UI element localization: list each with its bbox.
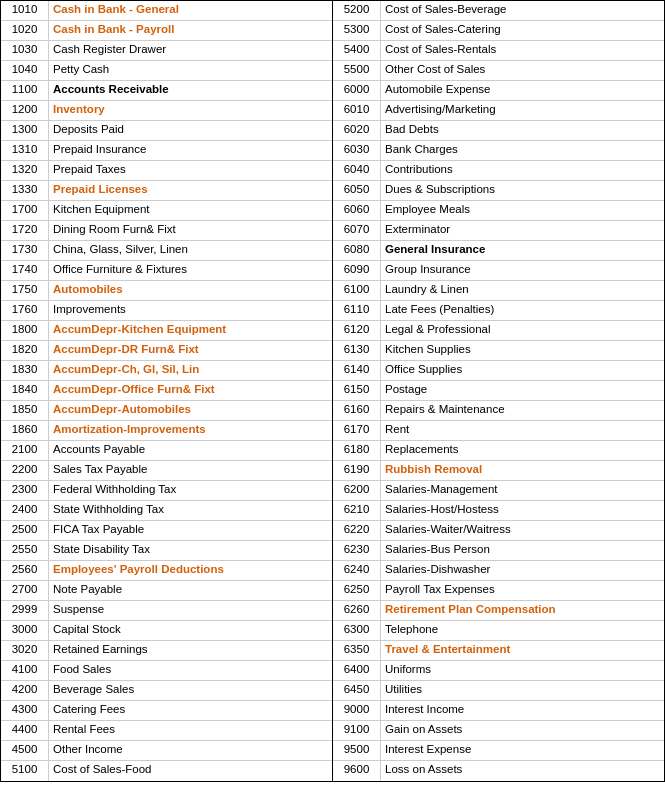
- account-code: 6450: [333, 681, 381, 700]
- account-code: 1750: [1, 281, 49, 300]
- table-row: 6050Dues & Subscriptions: [333, 181, 664, 201]
- account-code: 1730: [1, 241, 49, 260]
- table-row: 6200Salaries-Management: [333, 481, 664, 501]
- table-row: 9600Loss on Assets: [333, 761, 664, 781]
- account-code: 3000: [1, 621, 49, 640]
- right-column: 5200Cost of Sales-Beverage5300Cost of Sa…: [333, 1, 664, 781]
- account-code: 6000: [333, 81, 381, 100]
- table-row: 3000Capital Stock: [1, 621, 332, 641]
- account-code: 6300: [333, 621, 381, 640]
- account-name: Beverage Sales: [49, 681, 332, 700]
- table-row: 5500Other Cost of Sales: [333, 61, 664, 81]
- account-code: 9600: [333, 761, 381, 781]
- account-code: 1760: [1, 301, 49, 320]
- account-name: Bad Debts: [381, 121, 664, 140]
- account-code: 6130: [333, 341, 381, 360]
- table-row: 6090Group Insurance: [333, 261, 664, 281]
- table-row: 3020Retained Earnings: [1, 641, 332, 661]
- table-row: 1850AccumDepr-Automobiles: [1, 401, 332, 421]
- account-name: Accounts Payable: [49, 441, 332, 460]
- account-code: 1820: [1, 341, 49, 360]
- account-name: State Disability Tax: [49, 541, 332, 560]
- account-code: 2999: [1, 601, 49, 620]
- table-row: 6120Legal & Professional: [333, 321, 664, 341]
- account-code: 1720: [1, 221, 49, 240]
- account-name: Dues & Subscriptions: [381, 181, 664, 200]
- table-row: 1030Cash Register Drawer: [1, 41, 332, 61]
- table-row: 2500FICA Tax Payable: [1, 521, 332, 541]
- table-row: 6450Utilities: [333, 681, 664, 701]
- account-name: Cost of Sales-Beverage: [381, 1, 664, 20]
- account-name: Salaries-Waiter/Waitress: [381, 521, 664, 540]
- account-code: 5100: [1, 761, 49, 781]
- account-code: 1320: [1, 161, 49, 180]
- table-row: 6150Postage: [333, 381, 664, 401]
- account-code: 6070: [333, 221, 381, 240]
- account-name: Replacements: [381, 441, 664, 460]
- table-row: 4400Rental Fees: [1, 721, 332, 741]
- account-code: 2700: [1, 581, 49, 600]
- table-row: 6190Rubbish Removal: [333, 461, 664, 481]
- account-name: Salaries-Bus Person: [381, 541, 664, 560]
- account-name: Postage: [381, 381, 664, 400]
- account-name: Payroll Tax Expenses: [381, 581, 664, 600]
- account-name: Prepaid Taxes: [49, 161, 332, 180]
- table-row: 9100Gain on Assets: [333, 721, 664, 741]
- account-code: 6100: [333, 281, 381, 300]
- account-code: 4200: [1, 681, 49, 700]
- table-row: 6180Replacements: [333, 441, 664, 461]
- account-name: China, Glass, Silver, Linen: [49, 241, 332, 260]
- account-code: 6350: [333, 641, 381, 660]
- account-name: Salaries-Dishwasher: [381, 561, 664, 580]
- chart-of-accounts: 1010Cash in Bank - General1020Cash in Ba…: [0, 0, 665, 782]
- account-code: 6210: [333, 501, 381, 520]
- account-name: Office Furniture & Fixtures: [49, 261, 332, 280]
- account-code: 1310: [1, 141, 49, 160]
- table-row: 5200Cost of Sales-Beverage: [333, 1, 664, 21]
- table-row: 1840AccumDepr-Office Furn& Fixt: [1, 381, 332, 401]
- account-code: 6080: [333, 241, 381, 260]
- table-row: 2999Suspense: [1, 601, 332, 621]
- table-row: 2550State Disability Tax: [1, 541, 332, 561]
- table-row: 1040Petty Cash: [1, 61, 332, 81]
- account-name: Suspense: [49, 601, 332, 620]
- table-row: 1800AccumDepr-Kitchen Equipment: [1, 321, 332, 341]
- account-name: Kitchen Supplies: [381, 341, 664, 360]
- account-code: 1330: [1, 181, 49, 200]
- table-row: 2200Sales Tax Payable: [1, 461, 332, 481]
- account-name: Capital Stock: [49, 621, 332, 640]
- account-code: 6150: [333, 381, 381, 400]
- account-code: 2200: [1, 461, 49, 480]
- account-code: 1830: [1, 361, 49, 380]
- account-name: Cash Register Drawer: [49, 41, 332, 60]
- account-code: 6170: [333, 421, 381, 440]
- account-name: Catering Fees: [49, 701, 332, 720]
- account-code: 6200: [333, 481, 381, 500]
- table-row: 2400State Withholding Tax: [1, 501, 332, 521]
- account-code: 5400: [333, 41, 381, 60]
- table-row: 2700Note Payable: [1, 581, 332, 601]
- account-code: 2550: [1, 541, 49, 560]
- account-code: 4500: [1, 741, 49, 760]
- account-code: 6020: [333, 121, 381, 140]
- account-name: Retained Earnings: [49, 641, 332, 660]
- table-row: 6080General Insurance: [333, 241, 664, 261]
- table-row: 1760Improvements: [1, 301, 332, 321]
- account-name: Cash in Bank - Payroll: [49, 21, 332, 40]
- table-row: 1740Office Furniture & Fixtures: [1, 261, 332, 281]
- account-name: Deposits Paid: [49, 121, 332, 140]
- account-name: Interest Expense: [381, 741, 664, 760]
- account-name: Bank Charges: [381, 141, 664, 160]
- account-name: Repairs & Maintenance: [381, 401, 664, 420]
- table-row: 4100Food Sales: [1, 661, 332, 681]
- account-code: 2500: [1, 521, 49, 540]
- account-name: AccumDepr-Ch, Gl, Sil, Lin: [49, 361, 332, 380]
- account-code: 6010: [333, 101, 381, 120]
- account-code: 6180: [333, 441, 381, 460]
- table-row: 4300Catering Fees: [1, 701, 332, 721]
- account-name: State Withholding Tax: [49, 501, 332, 520]
- table-row: 5100Cost of Sales-Food: [1, 761, 332, 781]
- account-name: AccumDepr-Automobiles: [49, 401, 332, 420]
- table-row: 1330Prepaid Licenses: [1, 181, 332, 201]
- account-code: 5500: [333, 61, 381, 80]
